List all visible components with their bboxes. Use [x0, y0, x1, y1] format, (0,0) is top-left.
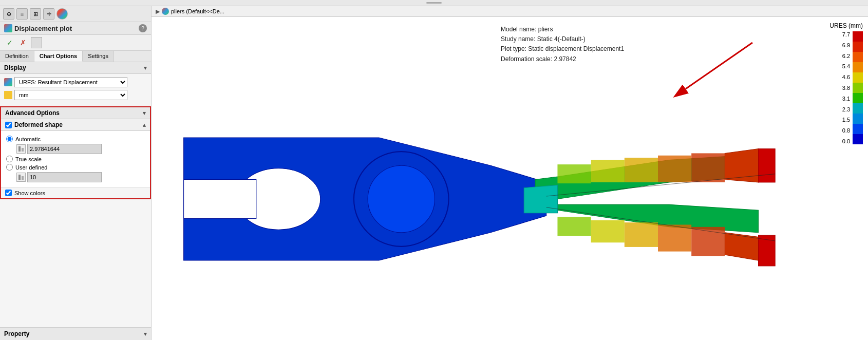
svg-rect-12 [625, 158, 658, 182]
svg-rect-14 [557, 164, 591, 183]
canvas-area: Model name: pliers Study name: Static 4(… [152, 17, 868, 340]
toolbar-btn-1[interactable]: ⊕ [3, 8, 14, 20]
true-scale-radio[interactable] [6, 156, 13, 162]
top-handle [0, 0, 868, 6]
tabs-row: Definition Chart Options Settings [0, 51, 151, 62]
tab-definition[interactable]: Definition [0, 51, 34, 62]
panel-title-text: Displacement plot [14, 25, 72, 32]
breadcrumb-icon [162, 8, 169, 15]
deformed-shape-header: Deformed shape ▴ [1, 119, 150, 131]
deformed-section: Deformed shape ▴ Automatic [1, 119, 150, 198]
display-dropdown2-row: mm in [4, 90, 147, 100]
svg-rect-17 [658, 224, 691, 251]
automatic-label: Automatic [15, 136, 41, 142]
color-scale: URES (mm) 7.7 6.9 6.2 5.4 4.6 3.8 3.1 2.… [829, 22, 863, 144]
auto-value-icon [16, 144, 26, 154]
tab-chart-options[interactable]: Chart Options [34, 51, 83, 62]
plot-type: Plot type: Static displacement Displacem… [501, 44, 624, 54]
breadcrumb-text: pliers (Default<<De... [171, 8, 224, 14]
deformed-content: Automatic True scale [1, 131, 150, 187]
svg-rect-1 [22, 148, 24, 152]
show-colors-row: Show colors [1, 187, 150, 198]
svg-rect-10 [691, 153, 725, 182]
show-colors-checkbox[interactable] [5, 190, 12, 196]
action-row: ✓ ✗ [0, 35, 151, 51]
advanced-options-header[interactable]: Advanced Options ▾ [1, 107, 150, 119]
user-defined-radio[interactable] [6, 164, 13, 171]
svg-rect-9 [759, 149, 776, 182]
study-name: Study name: Static 4(-Default-) [501, 34, 624, 44]
color-scale-title: URES (mm) [829, 22, 863, 29]
right-area: ▶ pliers (Default<<De... Model name: pli… [152, 6, 868, 340]
advanced-section: Advanced Options ▾ Deformed shape ▴ Aut [0, 106, 151, 199]
svg-rect-19 [591, 220, 625, 242]
advanced-options-label: Advanced Options [5, 109, 60, 117]
svg-rect-0 [18, 146, 21, 152]
svg-rect-18 [625, 222, 658, 247]
user-value-icon [16, 173, 26, 182]
toolbar-btn-5[interactable] [56, 8, 68, 20]
extra-button[interactable] [31, 37, 42, 48]
display-dropdown2-icon [4, 91, 12, 99]
tab-settings[interactable]: Settings [83, 51, 114, 62]
display-type-select[interactable]: URES: Resultant Displacement [14, 77, 127, 87]
color-scale-bar [853, 31, 863, 144]
user-value-row [16, 172, 145, 182]
help-button[interactable]: ? [139, 24, 147, 32]
svg-point-8 [368, 165, 435, 232]
svg-rect-11 [658, 156, 691, 182]
left-panel: ⊕ ≡ ⊞ ✛ Displacement plot ? ✓ ✗ Definiti… [0, 6, 152, 340]
deformed-shape-checkbox[interactable] [5, 122, 12, 128]
breadcrumb-bar: ▶ pliers (Default<<De... [152, 6, 868, 17]
user-defined-label: User defined [15, 164, 47, 171]
display-section-header[interactable]: Display ▾ [0, 62, 151, 74]
deformed-shape-label: Deformed shape [14, 121, 63, 128]
panel-icon [4, 24, 12, 32]
confirm-button[interactable]: ✓ [4, 37, 15, 48]
deformation-scale: Deformation scale: 2.97842 [501, 54, 624, 64]
svg-rect-20 [557, 217, 591, 236]
deformed-collapse-icon: ▴ [143, 122, 146, 128]
svg-rect-3 [22, 176, 24, 180]
scale-labels: 7.7 6.9 6.2 5.4 4.6 3.8 3.1 2.3 1.5 0.8 … [842, 31, 850, 144]
svg-rect-13 [591, 160, 625, 182]
display-label: Display [4, 64, 26, 71]
display-dropdown1-icon [4, 78, 12, 86]
panel-title: Displacement plot [4, 24, 72, 32]
true-scale-radio-row: True scale [6, 156, 145, 162]
display-dropdown1-row: URES: Resultant Displacement [4, 77, 147, 87]
user-value-input[interactable] [27, 172, 102, 182]
breadcrumb-arrow: ▶ [156, 8, 160, 15]
auto-value-row [16, 144, 145, 154]
display-section-content: URES: Resultant Displacement mm in [0, 74, 151, 106]
user-defined-radio-row: User defined [6, 164, 145, 171]
display-unit-select[interactable]: mm in [14, 90, 127, 100]
auto-value-input[interactable] [27, 144, 102, 154]
toolbar-btn-2[interactable]: ≡ [16, 8, 28, 20]
toolbar: ⊕ ≡ ⊞ ✛ [0, 6, 151, 22]
panel-title-row: Displacement plot ? [0, 22, 151, 35]
svg-rect-2 [18, 175, 21, 180]
cancel-button[interactable]: ✗ [17, 37, 29, 48]
fea-visualization [167, 73, 781, 325]
true-scale-label: True scale [15, 156, 42, 162]
advanced-collapse-icon: ▾ [143, 110, 146, 117]
automatic-radio-row: Automatic [6, 136, 145, 142]
property-label: Property [4, 330, 29, 337]
model-name: Model name: pliers [501, 25, 624, 34]
show-colors-label: Show colors [14, 190, 45, 196]
automatic-radio[interactable] [6, 136, 13, 142]
display-collapse-icon: ▾ [144, 65, 147, 71]
toolbar-btn-3[interactable]: ⊞ [30, 8, 41, 20]
model-info: Model name: pliers Study name: Static 4(… [501, 25, 624, 64]
property-section[interactable]: Property ▾ [0, 327, 151, 340]
toolbar-btn-4[interactable]: ✛ [43, 8, 54, 20]
property-collapse-icon: ▾ [144, 331, 147, 337]
